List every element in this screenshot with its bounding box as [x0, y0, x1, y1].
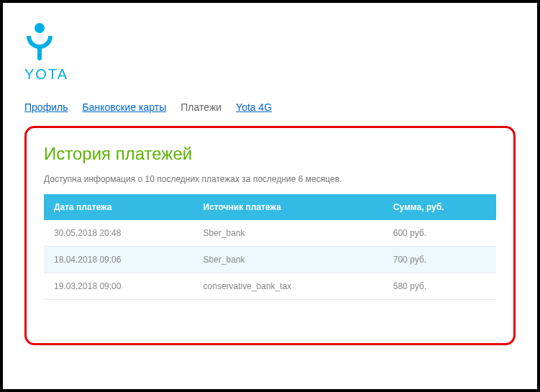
nav-payments: Платежи — [180, 101, 221, 113]
cell-sum: 600 руб. — [383, 220, 496, 247]
page-title: История платежей — [44, 144, 496, 164]
cell-sum: 580 руб. — [383, 273, 496, 300]
cell-sum: 700 руб. — [383, 247, 496, 273]
payments-panel: История платежей Доступна информация о 1… — [24, 126, 516, 345]
cell-date: 30.05.2018 20:48 — [44, 220, 193, 247]
main-nav: Профиль Банковские карты Платежи Yota 4G — [24, 101, 516, 113]
cell-source: conservative_bank_tax — [193, 273, 383, 300]
svg-point-0 — [35, 23, 45, 33]
cell-source: Sber_bank — [193, 220, 383, 247]
cell-date: 18.04.2018 09:06 — [44, 247, 193, 273]
brand-logo: YOTA — [24, 20, 516, 83]
nav-yota4g[interactable]: Yota 4G — [236, 101, 272, 113]
brand-text: YOTA — [24, 66, 516, 83]
cell-source: Sber_bank — [193, 247, 383, 273]
th-sum: Сумма, руб. — [383, 194, 496, 220]
nav-cards[interactable]: Банковские карты — [82, 101, 166, 113]
page-subtitle: Доступна информация о 10 последних плате… — [44, 174, 496, 184]
yota-icon — [24, 20, 516, 62]
nav-profile[interactable]: Профиль — [24, 101, 68, 113]
table-row: 18.04.2018 09:06 Sber_bank 700 руб. — [44, 247, 496, 273]
svg-rect-1 — [37, 46, 42, 60]
table-row: 30.05.2018 20:48 Sber_bank 600 руб. — [44, 220, 496, 247]
payments-table: Дата платежа Источник платежа Сумма, руб… — [44, 194, 496, 300]
cell-date: 19.03.2018 09:00 — [44, 273, 193, 300]
th-date: Дата платежа — [44, 194, 193, 220]
table-row: 19.03.2018 09:00 conservative_bank_tax 5… — [44, 273, 496, 300]
th-source: Источник платежа — [193, 194, 383, 220]
